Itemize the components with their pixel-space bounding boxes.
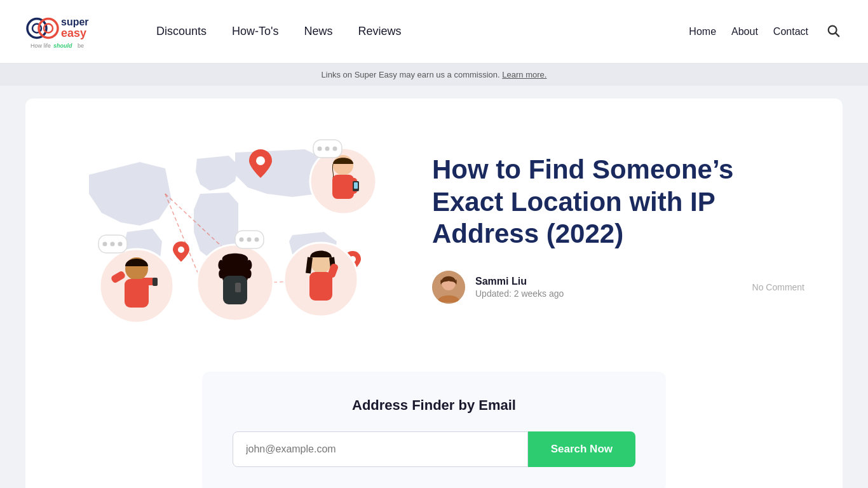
svg-text:super: super [61,16,89,27]
nav-reviews[interactable]: Reviews [348,20,412,43]
hero-text: How to Find Someone’s Exact Location wit… [432,154,804,303]
svg-point-15 [178,247,184,253]
author-updated: Updated: 2 weeks ago [475,288,564,299]
header-right: Home About Contact [689,21,843,42]
author-name: Sammi Liu [475,276,564,287]
author-section: Sammi Liu Updated: 2 weeks ago No Commen… [432,271,804,304]
avatar [432,271,465,304]
commission-text: Links on Super Easy may earn us a commis… [322,70,500,79]
svg-rect-32 [235,283,241,292]
nav-about[interactable]: About [731,26,758,37]
email-input[interactable] [233,431,528,467]
svg-point-46 [318,147,322,151]
svg-point-48 [333,147,337,151]
svg-text:be: be [78,42,84,48]
svg-point-14 [256,156,265,165]
nav-news[interactable]: News [294,20,342,43]
svg-rect-28 [153,278,158,286]
svg-point-39 [111,242,115,247]
svg-point-42 [240,238,244,242]
nav-home[interactable]: Home [689,26,716,37]
svg-text:How life: How life [31,42,51,48]
svg-rect-22 [354,182,358,189]
main-card: How to Find Someone’s Exact Location wit… [25,98,843,488]
svg-point-3 [44,24,53,32]
logo[interactable]: super easy How life should be [25,13,108,51]
svg-text:easy: easy [61,26,86,39]
site-header: super easy How life should be Discounts … [0,0,868,64]
search-button[interactable] [824,21,843,42]
search-now-button[interactable]: Search Now [528,431,635,467]
learn-more-link[interactable]: Learn more. [502,70,546,79]
author-info: Sammi Liu Updated: 2 weeks ago [475,276,564,299]
svg-point-38 [103,242,107,247]
address-finder: Address Finder by Email Search Now [202,372,666,488]
address-finder-title: Address Finder by Email [233,397,635,414]
header-left: super easy How life should be Discounts … [25,13,412,51]
svg-line-10 [836,33,839,36]
svg-point-43 [247,238,252,242]
nav-howtos[interactable]: How-To's [222,20,288,43]
svg-point-40 [118,242,123,247]
svg-point-44 [255,238,259,242]
article-title: How to Find Someone’s Exact Location wit… [432,154,804,250]
search-icon [826,24,840,37]
svg-text:should: should [53,42,72,48]
hero-illustration [64,124,394,334]
no-comment-label: No Comment [752,282,804,292]
main-nav: Discounts How-To's News Reviews [146,20,412,43]
svg-point-47 [325,147,330,151]
hero-section: How to Find Someone’s Exact Location wit… [64,124,804,334]
search-row: Search Now [233,431,635,467]
nav-contact[interactable]: Contact [773,26,808,37]
commission-bar: Links on Super Easy may earn us a commis… [0,64,868,86]
nav-discounts[interactable]: Discounts [146,20,217,43]
